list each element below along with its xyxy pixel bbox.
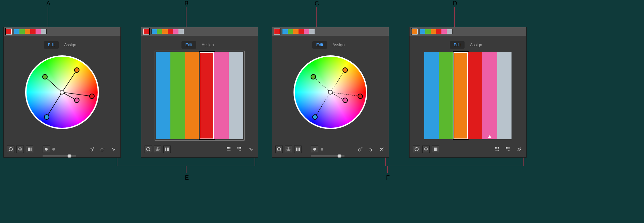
current-color-swatch[interactable] xyxy=(274,29,280,35)
add-color-icon[interactable]: + xyxy=(88,146,96,153)
strip-color-3[interactable] xyxy=(25,29,30,34)
randomly-change-order-icon[interactable] xyxy=(494,146,501,153)
display-ring-icon[interactable] xyxy=(413,146,420,153)
strip-color-4[interactable] xyxy=(30,29,36,34)
tab-edit[interactable]: Edit xyxy=(181,41,197,49)
brightness-slider[interactable] xyxy=(311,155,344,157)
display-bars-icon[interactable] xyxy=(432,146,439,153)
add-color-icon[interactable]: + xyxy=(357,146,364,153)
wheel-node-orange[interactable] xyxy=(342,67,348,73)
wheel-node-green[interactable] xyxy=(42,74,48,79)
display-bars-icon[interactable] xyxy=(294,146,302,153)
current-color-swatch[interactable] xyxy=(412,29,418,35)
mode-icon-a[interactable] xyxy=(311,146,318,153)
wheel-center-node[interactable] xyxy=(60,90,64,95)
randomly-change-satbright-icon[interactable] xyxy=(505,146,512,153)
remove-color-icon[interactable]: − xyxy=(367,146,375,153)
display-ring-icon[interactable] xyxy=(275,146,283,153)
strip-color-4[interactable] xyxy=(168,29,173,34)
strip-color-6[interactable] xyxy=(41,29,46,34)
color-group-strip[interactable] xyxy=(282,29,315,34)
strip-color-4[interactable] xyxy=(436,29,441,34)
strip-color-1[interactable] xyxy=(14,29,19,34)
wheel-center-node[interactable] xyxy=(328,90,333,95)
bar-4[interactable] xyxy=(200,52,214,139)
strip-color-1[interactable] xyxy=(420,29,425,34)
wheel-node-red[interactable] xyxy=(358,94,363,99)
color-group-strip[interactable] xyxy=(14,29,47,34)
display-ring-icon[interactable] xyxy=(145,146,152,153)
strip-color-3[interactable] xyxy=(162,29,168,34)
color-bars[interactable] xyxy=(156,52,243,139)
slider-thumb[interactable] xyxy=(67,154,71,158)
color-wheel[interactable] xyxy=(293,55,367,129)
bar-5[interactable] xyxy=(214,52,228,139)
mode-icon-a[interactable] xyxy=(43,146,50,153)
link-harmony-icon[interactable] xyxy=(247,146,255,153)
strip-color-1[interactable] xyxy=(152,29,157,34)
mode-icon-b[interactable] xyxy=(50,146,57,153)
bar-4[interactable] xyxy=(468,52,482,139)
strip-color-2[interactable] xyxy=(157,29,162,34)
strip-color-2[interactable] xyxy=(425,29,431,34)
bar-6[interactable] xyxy=(229,52,243,139)
mode-icon-b[interactable] xyxy=(318,146,326,153)
color-group-strip[interactable] xyxy=(420,29,452,34)
strip-color-5[interactable] xyxy=(36,29,41,34)
color-wheel[interactable] xyxy=(25,55,99,129)
unlink-harmony-icon[interactable] xyxy=(516,146,523,153)
display-bars-icon[interactable] xyxy=(26,146,33,153)
strip-color-1[interactable] xyxy=(282,29,288,34)
randomly-change-satbright-icon[interactable] xyxy=(236,146,244,153)
strip-color-2[interactable] xyxy=(288,29,293,34)
tab-edit[interactable]: Edit xyxy=(450,41,465,49)
tab-edit[interactable]: Edit xyxy=(312,41,327,49)
strip-color-5[interactable] xyxy=(304,29,309,34)
display-wheel-icon[interactable] xyxy=(422,146,430,153)
current-color-swatch[interactable] xyxy=(143,29,149,35)
strip-color-5[interactable] xyxy=(441,29,447,34)
wheel-node-orange[interactable] xyxy=(74,67,79,73)
display-ring-icon[interactable] xyxy=(7,146,14,153)
bar-3[interactable] xyxy=(453,52,468,139)
bar-3[interactable] xyxy=(185,52,200,139)
bar-1[interactable] xyxy=(156,52,170,139)
tab-assign[interactable]: Assign xyxy=(60,41,80,49)
bar-2[interactable] xyxy=(439,52,453,139)
strip-color-3[interactable] xyxy=(431,29,436,34)
display-bars-icon[interactable] xyxy=(163,146,171,153)
brightness-slider[interactable] xyxy=(43,155,76,157)
tab-edit[interactable]: Edit xyxy=(44,41,59,49)
tab-assign[interactable]: Assign xyxy=(328,41,348,49)
display-wheel-icon[interactable] xyxy=(285,146,292,153)
strip-color-6[interactable] xyxy=(309,29,315,34)
strip-color-6[interactable] xyxy=(447,29,452,34)
display-wheel-icon[interactable] xyxy=(16,146,24,153)
unlink-harmony-icon[interactable] xyxy=(378,146,385,153)
bar-6[interactable] xyxy=(497,52,512,139)
bar-1[interactable] xyxy=(424,52,439,139)
wheel-node-red[interactable] xyxy=(89,94,95,99)
wheel-node-pink[interactable] xyxy=(342,98,348,103)
tab-assign[interactable]: Assign xyxy=(466,41,486,49)
bar-2[interactable] xyxy=(170,52,185,139)
wheel-node-blue[interactable] xyxy=(312,114,318,120)
bar-5[interactable] xyxy=(482,52,497,139)
link-harmony-icon[interactable] xyxy=(110,146,117,153)
wheel-node-green[interactable] xyxy=(311,74,316,79)
remove-color-icon[interactable]: − xyxy=(99,146,106,153)
strip-color-4[interactable] xyxy=(299,29,304,34)
color-group-strip[interactable] xyxy=(151,29,184,34)
strip-color-5[interactable] xyxy=(173,29,178,34)
tab-assign[interactable]: Assign xyxy=(198,41,218,49)
slider-thumb[interactable] xyxy=(337,154,341,158)
color-bars[interactable] xyxy=(424,52,512,139)
strip-color-2[interactable] xyxy=(19,29,25,34)
strip-color-6[interactable] xyxy=(178,29,184,34)
display-wheel-icon[interactable] xyxy=(154,146,161,153)
randomly-change-order-icon[interactable] xyxy=(226,146,233,153)
strip-color-3[interactable] xyxy=(293,29,299,34)
wheel-node-pink[interactable] xyxy=(74,98,79,103)
wheel-node-blue[interactable] xyxy=(44,114,49,120)
current-color-swatch[interactable] xyxy=(6,29,12,35)
